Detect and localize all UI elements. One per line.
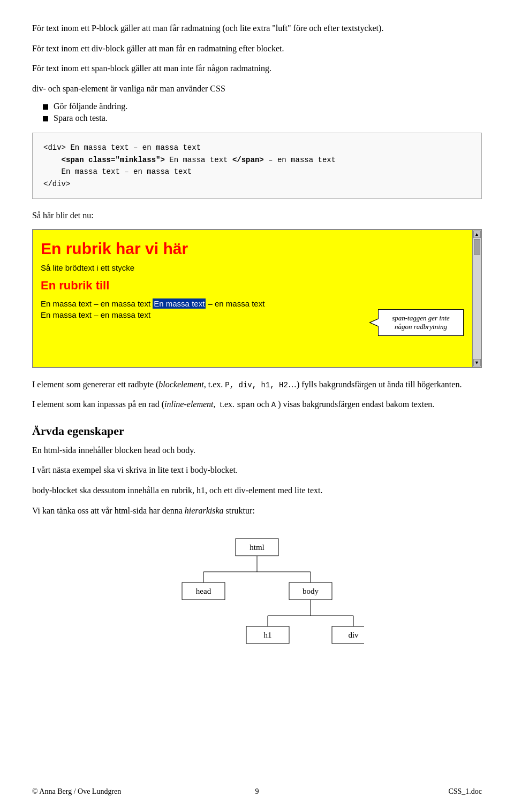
bullet-icon	[43, 104, 48, 110]
bullet-item-label: Spara och testa.	[54, 113, 108, 123]
code-line-3: En massa text – en massa text	[43, 166, 471, 178]
arvda-p4: Vi kan tänka oss att vår html-sida har d…	[32, 504, 482, 518]
preview-para1: En massa text – en massa text En massa t…	[41, 299, 464, 308]
tree-diagram: html head body h1	[32, 533, 482, 672]
arvda-title: Ärvda egenskaper	[32, 424, 482, 438]
svg-text:html: html	[250, 543, 264, 551]
page-content: För text inom ett P-block gäller att man…	[0, 0, 514, 721]
italic-hierarkiska: hierarkiska	[185, 506, 224, 515]
footer-right: CSS_1.doc	[448, 787, 482, 796]
preview-body-text: Så lite brödtext i ett stycke	[41, 263, 464, 272]
callout-text-line3: någon radbrytning	[395, 323, 447, 331]
code-inline-3: A	[271, 401, 276, 409]
arvda-section: Ärvda egenskaper En html-sida innehåller…	[32, 424, 482, 517]
callout-bubble: span-taggen ger inte någon radbrytning	[378, 309, 464, 336]
italic-blockelement: blockelement	[158, 380, 203, 389]
footer: © Anna Berg / Ove Lundgren 9 CSS_1.doc	[0, 787, 514, 796]
scroll-thumb[interactable]	[474, 239, 480, 255]
body-para-1: I element som genererar ett radbyte (blo…	[32, 378, 482, 392]
italic-inline-element: inline-element,	[164, 400, 216, 409]
preview-box: ▲ ▼ En rubrik har vi här Så lite brödtex…	[32, 229, 482, 368]
preview-span-highlight: En massa text	[153, 298, 206, 309]
intro-p4: div- och span-element är vanliga när man…	[32, 82, 482, 96]
scroll-up-button[interactable]: ▲	[473, 231, 481, 238]
bullet-item-label: Gör följande ändring.	[54, 102, 127, 111]
footer-left: © Anna Berg / Ove Lundgren	[32, 787, 121, 796]
preview-h1: En rubrik har vi här	[41, 240, 464, 258]
code-block: <div> En massa text – en massa text <spa…	[32, 133, 482, 199]
code-inline-1: P, div, h1, H2	[225, 381, 288, 389]
intro-p2: För text inom ett div-block gäller att m…	[32, 42, 482, 56]
preview-para1-pre: En massa text – en massa text	[41, 299, 153, 308]
preview-para1-post: – en massa text	[206, 299, 264, 308]
bullet-icon	[43, 116, 48, 121]
tree-svg: html head body h1	[150, 533, 364, 672]
svg-text:body: body	[303, 587, 319, 595]
arvda-p3: body-blocket ska dessutom innehålla en r…	[32, 484, 482, 497]
preview-h2: En rubrik till	[41, 279, 464, 293]
callout-text-italic: inte	[439, 314, 450, 322]
arvda-p2: I vårt nästa exempel ska vi skriva in li…	[32, 463, 482, 477]
intro-p3: För text inom ett span-block gäller att …	[32, 62, 482, 75]
body-para-2: I element som kan inpassas på en rad (in…	[32, 397, 482, 411]
intro-p1: För text inom ett P-block gäller att man…	[32, 21, 482, 35]
scroll-down-button[interactable]: ▼	[473, 359, 481, 366]
scrollbar[interactable]: ▲ ▼	[472, 230, 481, 367]
code-inline-2: span	[237, 401, 255, 409]
code-line-4: </div>	[43, 178, 471, 190]
callout-text-line1: span-taggen ger	[392, 314, 437, 322]
footer-page-number: 9	[255, 787, 259, 796]
code-line-1: <div> En massa text – en massa text	[43, 142, 471, 154]
svg-text:head: head	[196, 587, 211, 595]
arvda-p1: En html-sida innehåller blocken head och…	[32, 443, 482, 457]
list-item: Spara och testa.	[43, 113, 482, 123]
bullet-list: Gör följande ändring. Spara och testa.	[43, 102, 482, 123]
list-item: Gör följande ändring.	[43, 102, 482, 111]
svg-text:h1: h1	[264, 631, 272, 639]
preview-label: Så här blir det nu:	[32, 209, 482, 223]
preview-content: En rubrik har vi här Så lite brödtext i …	[41, 240, 464, 319]
svg-text:div: div	[348, 631, 359, 639]
code-line-2: <span class="minklass"> En massa text </…	[43, 154, 471, 166]
